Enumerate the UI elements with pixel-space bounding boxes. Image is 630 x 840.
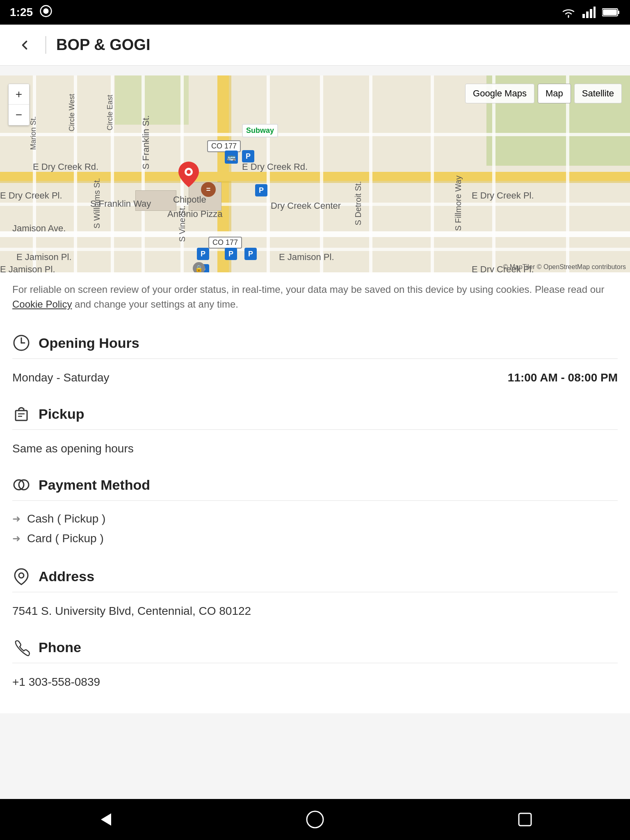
opening-hours-row: Monday - Saturday 11:00 AM - 08:00 PM: [12, 367, 618, 393]
street-label-circle-east: Circle East: [106, 95, 114, 130]
payment-divider: [12, 500, 618, 501]
zoom-out-button[interactable]: −: [9, 105, 29, 125]
payment-icon: [12, 476, 30, 494]
chipotle-label: Chipotle: [173, 194, 206, 205]
status-bar: 1:25: [0, 0, 630, 25]
parking-badge-3: P: [197, 248, 209, 260]
address-text: 7541 S. University Blvd, Centennial, CO …: [12, 600, 618, 626]
cookie-policy-link[interactable]: Cookie Policy: [12, 299, 72, 310]
subway-marker: Subway: [242, 124, 278, 137]
opening-hours-header: Opening Hours: [12, 334, 618, 352]
phone-divider: [12, 663, 618, 663]
content: For reliable on screen review of your or…: [0, 272, 630, 713]
svg-rect-14: [16, 411, 27, 420]
status-icons: [561, 7, 620, 18]
signal-icon: [582, 7, 596, 18]
parking-badge-4: P: [225, 248, 237, 260]
battery-icon: [602, 7, 620, 17]
route-badge-2: CO 177: [208, 237, 242, 249]
svg-point-1: [43, 8, 48, 14]
opening-hours-title: Opening Hours: [39, 335, 139, 351]
payment-section: Payment Method ➜ Cash ( Pickup ) ➜ Card …: [0, 468, 630, 559]
phone-section: Phone +1 303-558-0839: [0, 630, 630, 713]
street-label-jamison-ave: Jamison Ave.: [12, 223, 66, 234]
map-container[interactable]: Marion St. Circle West Circle East E Dry…: [0, 75, 630, 272]
svg-rect-7: [618, 11, 619, 14]
disclaimer-text2: and change your settings at any time.: [72, 299, 238, 310]
street-label-williams: S Williams St.: [92, 178, 102, 228]
svg-marker-20: [101, 813, 111, 826]
svg-point-10: [187, 170, 191, 174]
address-divider: [12, 592, 618, 592]
street-label-fillmore: S Fillmore Way: [454, 176, 463, 231]
e-jamison-label2: E Jamison Pl.: [0, 264, 55, 272]
parking-badge-2: P: [255, 184, 267, 196]
payment-header: Payment Method: [12, 476, 618, 494]
back-button[interactable]: [12, 33, 37, 57]
pickup-header: Pickup: [12, 405, 618, 423]
payment-cash-label: Cash ( Pickup ): [27, 512, 105, 525]
e-dry-creek-pl-label: E Dry Creek Pl.: [0, 190, 62, 201]
zoom-in-button[interactable]: +: [9, 84, 29, 105]
phone-header: Phone: [12, 638, 618, 656]
address-header: Address: [12, 567, 618, 585]
status-time: 1:25: [10, 6, 33, 19]
nav-home-button[interactable]: [299, 803, 331, 836]
pickup-text: Same as opening hours: [12, 438, 618, 463]
svg-point-19: [19, 573, 24, 578]
opening-hours-value: 11:00 AM - 08:00 PM: [508, 371, 618, 384]
svg-rect-22: [519, 813, 531, 826]
pickup-icon: [12, 405, 30, 423]
street-label-dry-creek-rd2: E Dry Creek Rd.: [242, 162, 308, 172]
header: BOP & GOGI: [0, 25, 630, 66]
svg-rect-5: [593, 7, 596, 18]
disclaimer: For reliable on screen review of your or…: [0, 272, 630, 322]
payment-title: Payment Method: [39, 477, 150, 493]
street-label-circle-west: Circle West: [68, 94, 76, 132]
map-controls: + −: [8, 84, 30, 126]
phone-title: Phone: [39, 639, 81, 655]
google-maps-button[interactable]: Google Maps: [465, 84, 534, 103]
svg-rect-4: [590, 9, 592, 18]
parking-badge-1: P: [242, 150, 254, 162]
location-icon: [12, 567, 30, 585]
page-title: BOP & GOGI: [45, 36, 150, 54]
opening-hours-label: Monday - Saturday: [12, 371, 110, 384]
pickup-section: Pickup Same as opening hours: [0, 397, 630, 468]
street-label-marion: Marion St.: [29, 116, 38, 150]
chipotle-marker: =: [201, 182, 216, 197]
disclaimer-text: For reliable on screen review of your or…: [12, 284, 604, 295]
wifi-icon: [561, 7, 576, 18]
opening-hours-divider: [12, 358, 618, 359]
map-type-buttons: Google Maps Map Satellite: [465, 84, 622, 103]
payment-item-card: ➜ Card ( Pickup ): [12, 529, 618, 548]
bus-badge: 🚌: [225, 151, 238, 164]
phone-text: +1 303-558-0839: [12, 671, 618, 697]
shop-icon: 🔒: [193, 262, 205, 272]
arrow-icon-card: ➜: [12, 533, 21, 544]
map-view-button[interactable]: Map: [538, 84, 571, 103]
svg-point-21: [307, 811, 323, 828]
nav-recents-button[interactable]: [509, 803, 541, 836]
map-attribution: © MapTiler © OpenStreetMap contributors: [503, 263, 626, 271]
street-label-e-jamison-pl2: E Jamison Pl.: [279, 252, 334, 262]
pickup-title: Pickup: [39, 406, 84, 422]
svg-rect-2: [582, 14, 585, 18]
street-label-detroit: S Detroit St.: [354, 181, 363, 226]
opening-hours-section: Opening Hours Monday - Saturday 11:00 AM…: [0, 322, 630, 397]
dry-creek-center-label: Dry Creek Center: [271, 201, 341, 211]
nav-back-button[interactable]: [89, 803, 121, 836]
antonio-pizza-label: Antonio Pizza: [167, 209, 223, 219]
svg-rect-3: [586, 11, 589, 18]
address-title: Address: [39, 568, 94, 584]
svg-rect-8: [603, 9, 617, 15]
e-dry-creek-pl2-label: E Dry Creek Pl.: [472, 190, 534, 201]
status-icon-circle: [39, 5, 52, 21]
map-pin: [178, 162, 199, 186]
payment-item-cash: ➜ Cash ( Pickup ): [12, 509, 618, 529]
street-label-franklin-st: S Franklin St.: [141, 115, 151, 169]
payment-card-label: Card ( Pickup ): [27, 532, 104, 545]
satellite-view-button[interactable]: Satellite: [574, 84, 622, 103]
clock-icon: [12, 334, 30, 352]
arrow-icon-cash: ➜: [12, 513, 21, 525]
